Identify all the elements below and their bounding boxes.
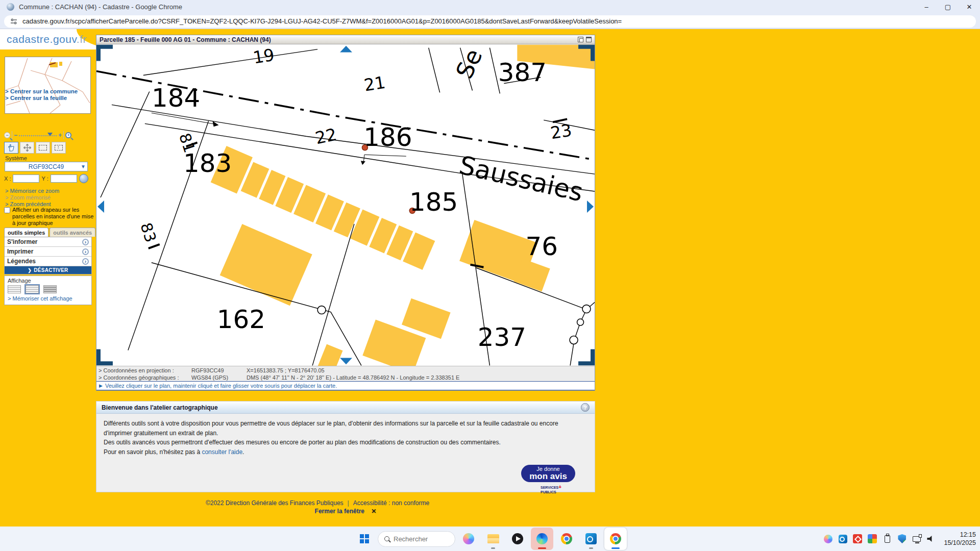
expand-arrow-icon: › bbox=[82, 248, 89, 255]
minimize-button[interactable]: – bbox=[916, 0, 937, 14]
projection-system: RGF93CC49 bbox=[191, 367, 247, 373]
geographic-value: DMS (48° 47' 11'' N - 2° 20' 18'' E) - L… bbox=[247, 374, 459, 381]
go-to-coordinates-button[interactable] bbox=[79, 174, 88, 183]
site-settings-icon[interactable] bbox=[10, 18, 17, 25]
pan-down-arrow[interactable] bbox=[340, 358, 352, 364]
accessibility-link[interactable]: Accessibilité : non conforme bbox=[353, 499, 429, 507]
display-style-3[interactable] bbox=[43, 285, 57, 293]
maximize-map-icon[interactable] bbox=[586, 37, 592, 42]
help-link[interactable]: consulter l'aide bbox=[202, 448, 242, 456]
zoom-slider-marker[interactable] bbox=[47, 133, 53, 136]
welcome-paragraph-2: Des outils avancés vous permettront d'ef… bbox=[104, 438, 587, 447]
cadastre-page: cadastre.gouv.fr > Centrer sur la commun… bbox=[0, 29, 980, 527]
map-window-titlebar[interactable]: Parcelle 185 - Feuille 000 AG 01 - Commu… bbox=[96, 35, 595, 44]
coordinates-input-row: X : Y : bbox=[4, 174, 95, 183]
zoom-out-magnifier-icon[interactable]: − bbox=[4, 132, 10, 138]
chrome-taskbar-icon[interactable] bbox=[555, 528, 578, 550]
zoom-slider[interactable] bbox=[19, 135, 57, 136]
volume-icon bbox=[927, 536, 933, 542]
menu-item-legendes[interactable]: Légendes › bbox=[5, 257, 91, 266]
y-input[interactable] bbox=[51, 174, 77, 183]
deactivate-button[interactable]: DÉSACTIVER bbox=[5, 266, 91, 274]
page-footer: ©2022 Direction Générale des Finances Pu… bbox=[68, 499, 567, 507]
map-hint-bar: ▶ Veuillez cliquer sur le plan, mainteni… bbox=[96, 381, 595, 390]
zoom-minus[interactable]: − bbox=[14, 132, 17, 139]
copilot-taskbar-icon[interactable] bbox=[457, 528, 480, 550]
pan-left-arrow[interactable] bbox=[97, 201, 104, 213]
welcome-title: Bienvenue dans l'atelier cartographique bbox=[102, 404, 218, 411]
x-input[interactable] bbox=[13, 174, 39, 183]
expand-arrow-icon: › bbox=[82, 239, 89, 245]
address-bar[interactable]: cadastre.gouv.fr/scpc/afficherCarteParce… bbox=[4, 15, 976, 28]
system-select-value: RGF93CC49 bbox=[29, 163, 64, 170]
edge-taskbar-icon[interactable] bbox=[531, 528, 553, 550]
windows-security-tray-icon[interactable] bbox=[896, 533, 908, 545]
select-rectangle-icon bbox=[39, 145, 47, 151]
menu-item-sinformer[interactable]: S'informer › bbox=[5, 237, 91, 247]
move-tool[interactable] bbox=[20, 142, 34, 154]
edge-icon bbox=[536, 533, 548, 544]
feedback-button[interactable]: Je donne mon avis bbox=[521, 465, 575, 482]
zoom-rectangle-tool[interactable] bbox=[52, 142, 66, 154]
x-label: X : bbox=[4, 176, 11, 182]
volume-tray-icon[interactable] bbox=[926, 533, 937, 545]
outlook-tray-icon[interactable] bbox=[837, 533, 848, 545]
windows-taskbar: 12:15 15/10/2025 bbox=[0, 527, 980, 551]
select-rectangle-tool[interactable] bbox=[36, 142, 50, 154]
center-commune-link[interactable]: > Centrer sur la commune bbox=[5, 88, 78, 94]
map-label-183: 183 bbox=[183, 148, 232, 178]
file-explorer-icon bbox=[487, 534, 499, 543]
taskbar-search[interactable] bbox=[378, 531, 455, 547]
close-window-link[interactable]: Fermer la fenêtre bbox=[315, 508, 364, 515]
pan-hand-tool[interactable] bbox=[4, 142, 18, 154]
welcome-paragraph-3: Pour en savoir plus, n'hésitez pas à con… bbox=[104, 447, 587, 457]
map-label-237: 237 bbox=[478, 322, 526, 352]
tab-outils-simples[interactable]: outils simples bbox=[4, 228, 48, 237]
network-display-tray-icon[interactable] bbox=[911, 533, 922, 545]
search-input[interactable] bbox=[394, 535, 445, 543]
display-label: Affichage bbox=[8, 278, 88, 284]
map-label-23: 23 bbox=[549, 120, 573, 143]
display-style-2-selected[interactable] bbox=[26, 285, 39, 293]
pan-right-arrow[interactable] bbox=[587, 201, 594, 213]
detach-window-icon[interactable] bbox=[578, 37, 583, 42]
zoom-in-magnifier-icon[interactable]: + bbox=[65, 132, 71, 138]
windows-logo-icon bbox=[360, 534, 369, 543]
overview-minimap[interactable] bbox=[5, 57, 91, 114]
maximize-button[interactable]: ▢ bbox=[937, 0, 959, 14]
flag-checkbox[interactable] bbox=[4, 207, 10, 213]
site-logo[interactable]: cadastre.gouv.fr bbox=[7, 33, 87, 45]
system-select[interactable]: RGF93CC49 ▼ bbox=[5, 162, 88, 171]
photos-icon bbox=[868, 534, 877, 543]
zoom-slider-row: − − + + bbox=[4, 131, 93, 140]
pan-up-arrow[interactable] bbox=[340, 46, 352, 53]
pan-hand-icon bbox=[8, 144, 15, 152]
help-icon[interactable]: ? bbox=[581, 403, 590, 412]
center-feuille-link[interactable]: > Centrer sur la feuille bbox=[5, 95, 67, 101]
cadastral-map[interactable]: 18418318618516223738776192122238183SeSau… bbox=[96, 44, 595, 366]
display-style-1[interactable] bbox=[8, 285, 21, 293]
usb-device-tray-icon[interactable] bbox=[881, 533, 893, 545]
close-window-x-icon[interactable]: ✕ bbox=[371, 508, 376, 515]
menu-item-imprimer[interactable]: Imprimer › bbox=[5, 247, 91, 257]
tab-outils-avances[interactable]: outils avancés bbox=[50, 228, 95, 237]
memorized-zoom-link[interactable]: > Zoom mémorisé bbox=[5, 194, 51, 201]
zoom-plus[interactable]: + bbox=[58, 132, 62, 139]
map-label-76: 76 bbox=[525, 232, 557, 261]
projection-label: > Coordonnées en projection : bbox=[99, 367, 191, 373]
outlook-taskbar-icon[interactable] bbox=[580, 528, 602, 550]
close-button[interactable]: ✕ bbox=[959, 0, 980, 14]
chrome-active-taskbar-icon[interactable] bbox=[604, 528, 627, 550]
media-player-taskbar-icon[interactable] bbox=[506, 528, 529, 550]
memorize-display-link[interactable]: > Mémoriser cet affichage bbox=[8, 295, 88, 302]
photos-tray-icon[interactable] bbox=[867, 533, 878, 545]
outlook-icon bbox=[839, 535, 847, 543]
file-explorer-taskbar-icon[interactable] bbox=[482, 528, 504, 550]
windows-start-button[interactable] bbox=[353, 528, 376, 550]
taskbar-clock[interactable]: 12:15 15/10/2025 bbox=[944, 531, 976, 547]
copilot-tray-icon[interactable] bbox=[822, 533, 834, 545]
url-text[interactable]: cadastre.gouv.fr/scpc/afficherCarteParce… bbox=[22, 17, 622, 25]
remote-desktop-tray-icon[interactable] bbox=[852, 533, 863, 545]
memorize-zoom-link[interactable]: > Mémoriser ce zoom bbox=[5, 188, 59, 194]
map-window: Parcelle 185 - Feuille 000 AG 01 - Commu… bbox=[96, 35, 595, 391]
